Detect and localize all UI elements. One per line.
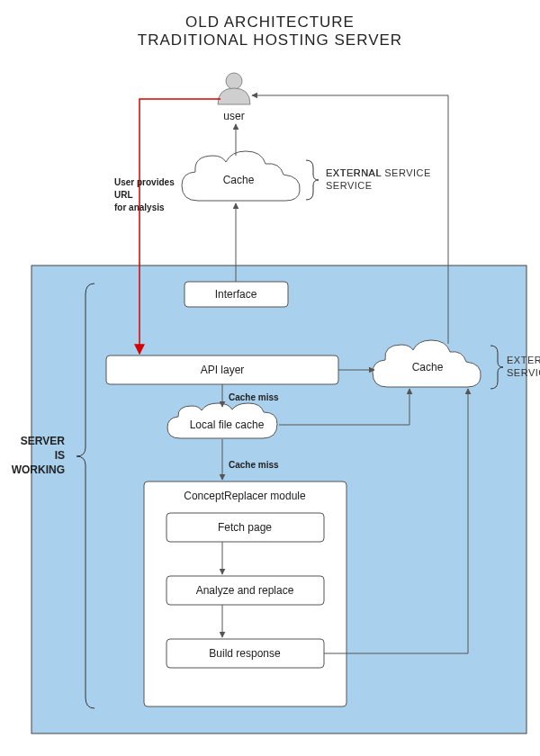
local-file-cache-label: Local file cache	[190, 418, 265, 431]
title-line2: TRADITIONAL HOSTING SERVER	[138, 32, 402, 49]
external-service-top-line2: SERVICE	[326, 180, 373, 191]
title-line1: OLD ARCHITECTURE	[185, 14, 355, 31]
user-provides-l2: URL	[114, 190, 133, 200]
user-label: user	[223, 110, 244, 122]
cache-right-label: Cache	[412, 361, 444, 374]
cache-top-cloud: Cache	[182, 151, 300, 201]
user-provides-l1: User provides	[114, 177, 175, 187]
external-service-right-line1: EXTERNAL	[507, 355, 540, 365]
user-provides-l3: for analysis	[114, 202, 165, 212]
cache-miss-1: Cache miss	[229, 392, 279, 402]
external-service-top-line1: EXTERNAL	[326, 167, 382, 178]
server-working-l3: WORKING	[12, 464, 65, 476]
server-working-l2: IS	[55, 449, 65, 462]
external-service-right-line2: SERVICE	[507, 367, 540, 378]
fetch-page-label: Fetch page	[218, 521, 272, 534]
interface-label: Interface	[215, 288, 257, 301]
api-layer-label: API layer	[201, 364, 245, 376]
concept-replacer-title: ConceptReplacer module	[184, 490, 306, 502]
svg-point-0	[226, 73, 242, 89]
user-icon	[218, 73, 250, 104]
server-working-l1: SERVER	[21, 435, 65, 447]
architecture-diagram: OLD ARCHITECTURE TRADITIONAL HOSTING SER…	[0, 0, 540, 756]
cache-top-label: Cache	[223, 174, 255, 186]
local-file-cache-cloud: Local file cache	[167, 403, 277, 438]
build-response-label: Build response	[209, 647, 281, 660]
cache-miss-2: Cache miss	[229, 460, 279, 470]
analyze-replace-label: Analyze and replace	[196, 584, 294, 597]
